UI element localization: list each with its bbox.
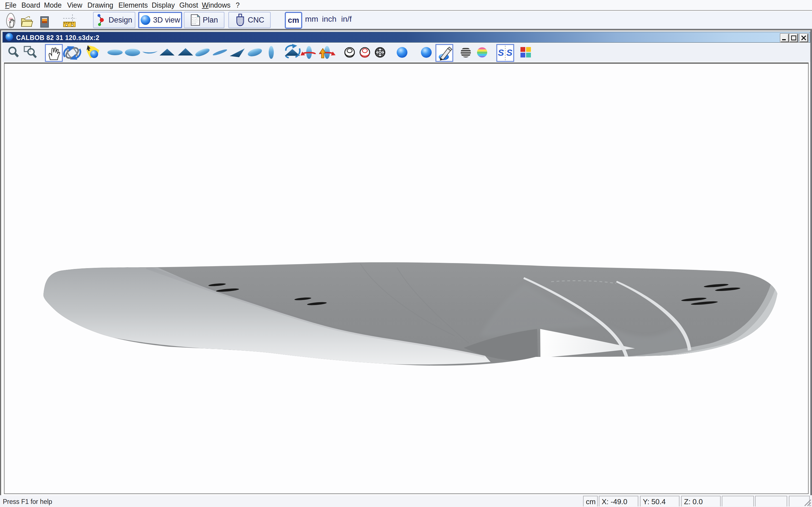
- svg-text:S: S: [498, 48, 504, 58]
- svg-text:S: S: [506, 48, 513, 58]
